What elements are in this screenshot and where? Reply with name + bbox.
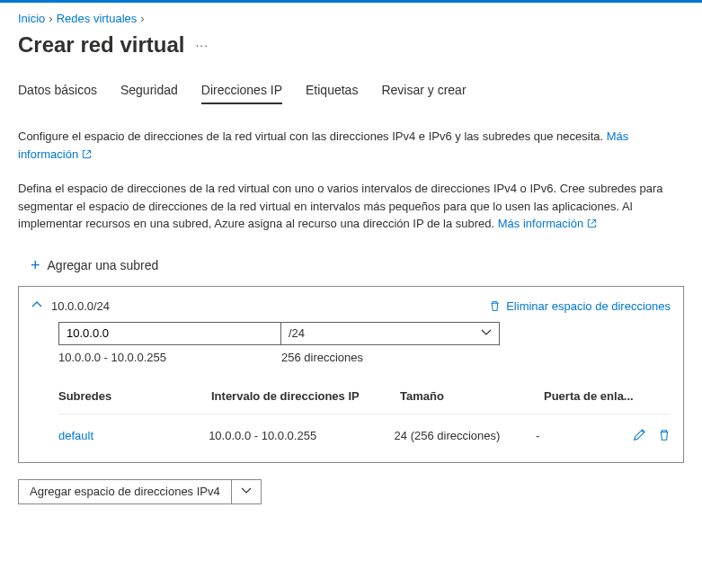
tab-basics[interactable]: Datos básicos <box>18 83 97 104</box>
more-actions-button[interactable]: ··· <box>195 38 209 52</box>
table-row: default 10.0.0.0 - 10.0.0.255 24 (256 di… <box>58 414 671 446</box>
th-gateway: Puerta de enla... <box>544 389 643 403</box>
chevron-down-icon <box>232 485 261 498</box>
chevron-right-icon: › <box>140 12 144 25</box>
add-subnet-button[interactable]: + Agregar una subred <box>31 257 158 273</box>
th-size: Tamaño <box>400 389 544 403</box>
cidr-select[interactable]: /24 <box>280 322 500 345</box>
add-address-space-dropdown[interactable]: Agregar espacio de direcciones IPv4 <box>18 479 262 504</box>
subnet-gateway: - <box>536 429 633 442</box>
add-subnet-label: Agregar una subred <box>48 258 159 272</box>
tab-review[interactable]: Revisar y crear <box>381 83 466 104</box>
add-address-space-label: Agregar espacio de direcciones IPv4 <box>19 485 231 498</box>
trash-icon <box>658 429 671 441</box>
page-title: Crear red virtual <box>18 32 184 58</box>
ip-address-input[interactable] <box>58 322 281 345</box>
description-2: Defina el espacio de direcciones de la r… <box>18 180 684 234</box>
ip-range-help: 10.0.0.0 - 10.0.0.255 <box>58 351 281 364</box>
plus-icon: + <box>31 257 40 273</box>
external-link-icon <box>587 216 597 234</box>
address-space-title: 10.0.0.0/24 <box>51 299 110 313</box>
subnet-size: 24 (256 direcciones) <box>395 429 536 442</box>
delete-address-space-button[interactable]: Eliminar espacio de direcciones <box>489 299 671 313</box>
subnets-table: Subredes Intervalo de direcciones IP Tam… <box>58 389 671 446</box>
pencil-icon <box>633 429 645 441</box>
external-link-icon <box>82 147 92 165</box>
ip-count-help: 256 direcciones <box>281 351 501 364</box>
cidr-select-value: /24 <box>289 326 305 340</box>
chevron-right-icon: › <box>49 12 52 25</box>
breadcrumb-vnets[interactable]: Redes virtuales <box>57 12 138 25</box>
trash-icon <box>489 300 501 312</box>
th-range: Intervalo de direcciones IP <box>211 389 400 403</box>
tab-ip-addresses[interactable]: Direcciones IP <box>201 83 282 104</box>
tab-security[interactable]: Seguridad <box>120 83 178 104</box>
address-space-panel: 10.0.0.0/24 Eliminar espacio de direccio… <box>18 286 684 463</box>
edit-subnet-button[interactable] <box>633 429 645 441</box>
description-1: Configure el espacio de direcciones de l… <box>18 128 684 164</box>
delete-subnet-button[interactable] <box>658 429 671 441</box>
th-subnets: Subredes <box>58 389 211 403</box>
collapse-toggle[interactable] <box>31 299 42 313</box>
tabs: Datos básicos Seguridad Direcciones IP E… <box>18 83 684 104</box>
subnet-range: 10.0.0.0 - 10.0.0.255 <box>209 429 394 442</box>
chevron-down-icon <box>481 326 492 340</box>
learn-more-link-2[interactable]: Más información <box>498 217 597 230</box>
breadcrumb-home[interactable]: Inicio <box>18 12 45 25</box>
tab-tags[interactable]: Etiquetas <box>306 83 358 104</box>
breadcrumb: Inicio › Redes virtuales › <box>18 12 684 25</box>
subnet-name-link[interactable]: default <box>58 429 93 442</box>
delete-address-space-label: Eliminar espacio de direcciones <box>506 299 671 313</box>
